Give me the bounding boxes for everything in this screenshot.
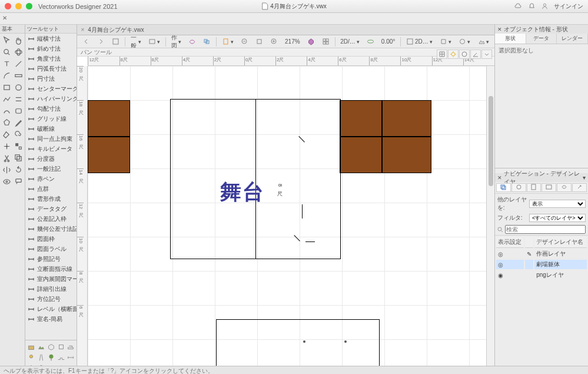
canvas[interactable]: 舞台 8尺 [88, 66, 494, 374]
layer-dropdown[interactable]: 一般 ▾ [128, 37, 144, 47]
toolset-item[interactable]: 円寸法 [25, 74, 77, 84]
platform-left-bottom[interactable] [88, 137, 130, 173]
unified-view-button[interactable] [304, 37, 318, 47]
layer-row[interactable]: ◉pngレイヤ [496, 270, 587, 280]
close-tab-button[interactable]: × [81, 27, 84, 33]
layer-edit-icon[interactable] [525, 270, 533, 280]
cat-tree-icon[interactable] [46, 352, 56, 362]
nav-tab-savedview[interactable] [557, 183, 572, 192]
toolset-item[interactable]: 斜め寸法 [25, 44, 77, 54]
toolset-item[interactable]: 一般注記 [25, 164, 77, 174]
toolset-item[interactable]: 破断線 [25, 124, 77, 134]
tab-shape[interactable]: 形状 [495, 34, 526, 44]
rectangle-tool[interactable] [1, 81, 12, 93]
toolset-item[interactable]: レベル（横断面） [25, 304, 77, 314]
layer-visibility-icon[interactable]: ◎ [496, 260, 524, 269]
toolset-item[interactable]: 分度器 [25, 154, 77, 164]
rotate-tool[interactable] [12, 164, 24, 176]
view-forward-button[interactable] [94, 37, 108, 47]
cat-landscape-icon[interactable] [36, 342, 46, 352]
locus-tool[interactable] [1, 140, 12, 152]
render-2-button[interactable]: ▾ [437, 37, 454, 47]
minimize-window-button[interactable] [15, 3, 22, 9]
polyline-tool[interactable] [1, 93, 12, 105]
toolset-item[interactable]: 点群 [25, 184, 77, 194]
toolset-item[interactable]: 角度寸法 [25, 54, 77, 64]
col-layername[interactable]: デザインレイヤ名 [534, 237, 587, 248]
cat-light-icon[interactable] [26, 352, 36, 362]
zoom-fit-button[interactable] [253, 37, 266, 47]
toolset-item[interactable]: 公差記入枠 [25, 214, 77, 224]
col-visibility[interactable]: 表示設定 [496, 237, 524, 248]
cat-dims-icon[interactable] [67, 352, 76, 362]
cat-3d-icon[interactable] [46, 342, 56, 352]
cloud-icon[interactable] [514, 2, 522, 10]
circle-tool[interactable] [12, 81, 24, 93]
nav-tab-designlayer[interactable] [496, 183, 511, 192]
toolset-item[interactable]: センターマーク [25, 84, 77, 94]
layer-vis-button[interactable] [200, 37, 214, 47]
toolset-item[interactable]: 雲形作成 [25, 194, 77, 204]
polygon-tool[interactable] [1, 117, 12, 128]
maximize-window-button[interactable] [26, 3, 32, 9]
zoom-in-button[interactable] [267, 37, 281, 47]
bell-icon[interactable] [528, 2, 536, 10]
arc-tool[interactable] [1, 69, 12, 81]
col-edit[interactable] [525, 237, 533, 248]
fit-page-button[interactable] [109, 37, 122, 47]
cat-wall-icon[interactable] [57, 352, 66, 362]
measure-tool[interactable] [12, 69, 24, 81]
cat-road-icon[interactable] [36, 352, 46, 362]
platform-left-top[interactable] [88, 100, 130, 137]
toolset-item[interactable]: データタグ [25, 204, 77, 214]
other-layers-select[interactable]: 表示 [529, 200, 586, 208]
fill-tool[interactable] [1, 128, 12, 140]
toolset-item[interactable]: 縦横寸法 [25, 34, 77, 44]
nav-tab-reference[interactable] [572, 183, 587, 192]
platform-right-top-a[interactable] [340, 100, 382, 137]
layer-visibility-icon[interactable]: ◉ [496, 270, 524, 280]
offset-tool[interactable] [12, 152, 24, 164]
zoom-tool[interactable] [1, 46, 12, 58]
nav-tab-viewport[interactable] [542, 183, 556, 192]
rotation-field[interactable]: 0.00° [378, 37, 398, 47]
nav-tab-sheetlayer[interactable] [527, 183, 542, 192]
view-back-button[interactable] [79, 37, 93, 47]
flyover-tool[interactable] [12, 46, 24, 58]
toolset-item[interactable]: 方位記号 [25, 294, 77, 304]
toolset-item[interactable]: 図面ラベル [25, 244, 77, 254]
mirror-tool[interactable] [1, 164, 12, 176]
layer-edit-icon[interactable]: ✎ [525, 249, 533, 259]
text-tool[interactable] [1, 58, 12, 69]
pan-tool[interactable] [12, 34, 24, 46]
sign-in-button[interactable]: サインイン [554, 2, 583, 11]
lower-rect[interactable] [216, 319, 380, 366]
toolset-item[interactable]: 同一点上拘束 [25, 134, 77, 144]
flyover-icon[interactable] [364, 37, 377, 47]
close-window-button[interactable] [5, 3, 11, 9]
platform-right-bottom-a[interactable] [340, 137, 382, 173]
snap-grid-icon[interactable] [437, 49, 447, 59]
snap-chevron-icon[interactable] [481, 49, 492, 59]
render-4-button[interactable]: ▾ [474, 37, 492, 47]
selection-tool[interactable] [1, 34, 12, 46]
toolset-item[interactable]: 赤ペン [25, 174, 77, 184]
tab-data[interactable]: データ [526, 34, 557, 44]
layer-edit-icon[interactable] [525, 260, 533, 269]
clip-tool[interactable] [1, 152, 12, 164]
layer-row[interactable]: ◎✎作画レイヤ [496, 249, 587, 259]
cat-building-icon[interactable] [26, 342, 36, 352]
saved-view-button[interactable]: ▾ [145, 37, 163, 47]
drawing-area[interactable]: 12尺8尺8尺4尺2尺0尺2尺4尺6尺8尺10尺12尺14尺 20尺18尺16尺… [77, 57, 494, 374]
platform-right-top-b[interactable] [382, 100, 431, 137]
toolset-item[interactable]: 詳細引出線 [25, 284, 77, 294]
render-mode-dropdown[interactable]: 2D… ▾ [403, 37, 436, 47]
spiral-tool[interactable] [12, 128, 24, 140]
toolset-item[interactable]: 室内展開図マーカー [25, 274, 77, 284]
render-3-button[interactable]: ▾ [456, 37, 473, 47]
freehand-tool[interactable] [1, 105, 12, 117]
toolset-item[interactable]: 勾配寸法 [25, 104, 77, 114]
platform-right-bottom-b[interactable] [382, 137, 431, 173]
layer-visibility-icon[interactable]: ◎ [496, 249, 524, 259]
layer-search-input[interactable] [505, 225, 586, 234]
